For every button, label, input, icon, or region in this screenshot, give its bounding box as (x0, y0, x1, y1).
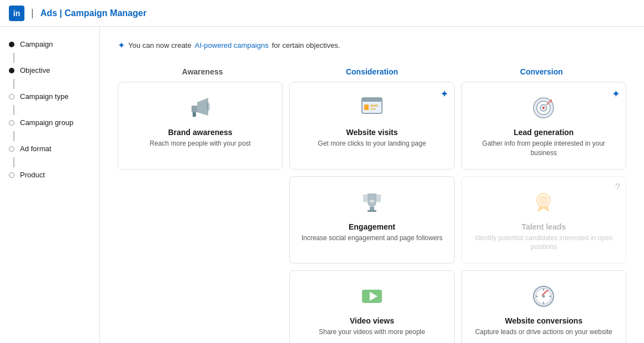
card-video-views[interactable]: Video views Share your videos with more … (289, 270, 454, 343)
compass-icon (529, 282, 558, 311)
sidebar-item-product[interactable]: Product (0, 166, 99, 183)
card-website-conversions[interactable]: Website conversions Capture leads or dri… (461, 270, 626, 343)
brand-awareness-title: Brand awareness (168, 128, 233, 137)
svg-point-30 (542, 295, 545, 298)
sidebar-line-2 (13, 79, 14, 89)
svg-rect-5 (362, 98, 382, 102)
svg-rect-2 (193, 112, 196, 117)
sidebar: Campaign Objective Campaign type Campaig… (0, 27, 100, 343)
trophy-icon (358, 188, 386, 217)
svg-rect-0 (192, 106, 197, 112)
lead-generation-badge-star: ✦ (612, 88, 620, 100)
sidebar-line-1 (13, 53, 14, 63)
website-conversions-desc: Capture leads or drive actions on your w… (475, 327, 612, 337)
cursor-icon (358, 93, 386, 122)
svg-point-3 (207, 102, 210, 111)
sidebar-item-campaign-group[interactable]: Campaign group (0, 114, 99, 131)
category-conversion: Conversion (457, 62, 626, 82)
svg-point-19 (540, 196, 547, 204)
sidebar-line-3 (13, 105, 14, 115)
lead-generation-desc: Gather info from people interested in yo… (471, 139, 617, 158)
sidebar-label-product: Product (20, 171, 45, 179)
sidebar-dot-objective (9, 68, 14, 73)
sidebar-dot-ad-format (9, 146, 14, 152)
sidebar-line-5 (13, 157, 14, 167)
cards-row-3: Video views Share your videos with more … (118, 270, 626, 343)
main-content: ✦ You can now create AI-powered campaign… (100, 27, 644, 343)
video-icon (358, 282, 386, 311)
sidebar-dot-campaign (9, 42, 14, 47)
talent-leads-title: Talent leads (521, 222, 566, 231)
talent-leads-badge-question: ? (615, 182, 620, 192)
website-visits-badge-star: ✦ (440, 88, 449, 100)
category-awareness: Awareness (118, 62, 287, 82)
engagement-desc: Increase social engagement and page foll… (301, 233, 442, 243)
cards-row-2: Engagement Increase social engagement an… (118, 176, 626, 264)
target-icon (529, 93, 558, 122)
sidebar-item-objective[interactable]: Objective (0, 62, 99, 79)
card-engagement[interactable]: Engagement Increase social engagement an… (289, 176, 454, 264)
sidebar-connector-2 (0, 79, 99, 88)
card-brand-awareness[interactable]: Brand awareness Reach more people with y… (118, 82, 283, 170)
website-conversions-title: Website conversions (505, 316, 582, 325)
sidebar-item-campaign-type[interactable]: Campaign type (0, 88, 99, 105)
sidebar-label-campaign: Campaign (20, 40, 53, 48)
sidebar-connector-3 (0, 105, 99, 114)
svg-point-12 (542, 107, 545, 109)
ai-banner-text: You can now create (128, 41, 192, 49)
card-lead-generation[interactable]: ✦ Lead generation Gather info from peopl… (461, 82, 626, 170)
ai-banner: ✦ You can now create AI-powered campaign… (118, 40, 626, 51)
sidebar-connector-5 (0, 157, 99, 166)
video-views-title: Video views (350, 316, 394, 325)
category-headers: Awareness Consideration Conversion (118, 62, 626, 82)
ribbon-icon (529, 188, 558, 217)
empty-awareness-row2 (118, 176, 283, 264)
svg-point-17 (369, 200, 375, 203)
sidebar-connector-1 (0, 53, 99, 62)
sidebar-dot-campaign-group (9, 120, 14, 126)
ai-banner-text-after: for certain objectives. (272, 41, 340, 49)
main-layout: Campaign Objective Campaign type Campaig… (0, 27, 644, 343)
svg-rect-16 (368, 210, 376, 212)
website-visits-desc: Get more clicks to your landing page (318, 139, 426, 148)
sidebar-label-campaign-type: Campaign type (20, 92, 68, 101)
sidebar-line-4 (13, 131, 14, 141)
website-visits-title: Website visits (346, 128, 398, 137)
card-talent-leads[interactable]: ? Talent leads Identify potential candid… (461, 176, 626, 264)
header: in | Ads | Campaign Manager (0, 0, 644, 27)
sidebar-dot-campaign-type (9, 94, 14, 100)
sidebar-item-campaign[interactable]: Campaign (0, 36, 99, 53)
megaphone-icon (186, 93, 215, 122)
svg-rect-6 (364, 105, 369, 110)
cards-row-1: Brand awareness Reach more people with y… (118, 82, 626, 170)
svg-rect-7 (370, 105, 378, 107)
card-website-visits[interactable]: ✦ Website visits Get more clicks to your… (289, 82, 454, 170)
sidebar-label-ad-format: Ad format (20, 145, 51, 153)
header-title: Ads | Campaign Manager (41, 8, 147, 18)
empty-awareness-row3 (118, 270, 283, 343)
video-views-desc: Share your videos with more people (319, 327, 425, 337)
header-divider: | (31, 7, 34, 19)
lead-generation-title: Lead generation (514, 128, 573, 137)
ai-powered-campaigns-link[interactable]: AI-powered campaigns (195, 41, 269, 49)
sidebar-label-objective: Objective (20, 66, 50, 74)
sidebar-dot-product (9, 172, 14, 178)
sidebar-label-campaign-group: Campaign group (20, 118, 73, 127)
linkedin-logo: in (9, 6, 24, 21)
sidebar-connector-4 (0, 131, 99, 140)
brand-awareness-desc: Reach more people with your post (150, 139, 251, 148)
svg-rect-15 (370, 207, 374, 210)
category-consideration: Consideration (287, 62, 456, 82)
ai-banner-star-icon: ✦ (118, 40, 125, 51)
sidebar-item-ad-format[interactable]: Ad format (0, 140, 99, 157)
svg-rect-8 (370, 108, 376, 110)
talent-leads-desc: Identify potential candidates interested… (471, 233, 617, 252)
engagement-title: Engagement (349, 222, 395, 231)
